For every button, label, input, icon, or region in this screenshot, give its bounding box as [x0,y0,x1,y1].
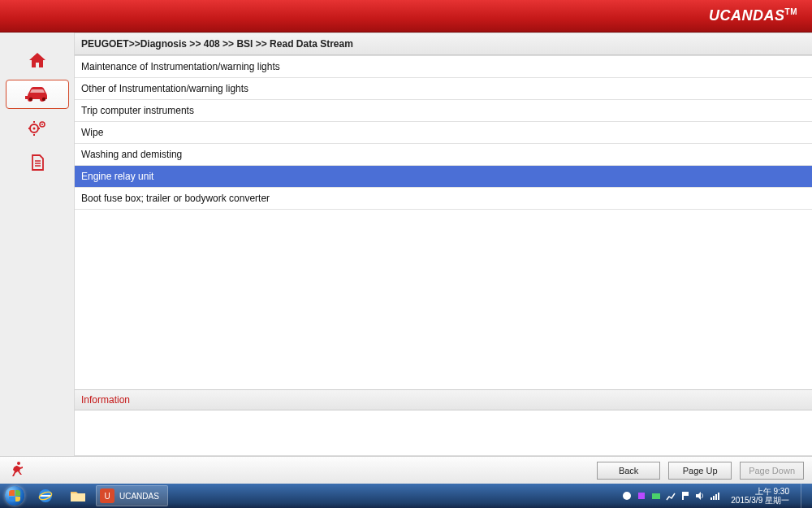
list-empty-area [75,210,812,389]
tray-icon[interactable] [622,491,632,501]
svg-rect-17 [713,496,715,500]
tray-icons[interactable] [622,491,719,501]
svg-point-13 [623,492,631,500]
show-desktop-button[interactable] [801,484,809,508]
svg-point-0 [28,98,32,101]
ie-icon [37,488,54,504]
svg-point-1 [41,98,45,101]
folder-icon [70,488,86,503]
gears-icon [28,119,47,137]
sidebar-item-diagnosis[interactable] [6,80,69,109]
windows-taskbar: U UCANDAS 上午 9:30 2015/3/9 星期一 [0,484,812,508]
tray-volume-icon[interactable] [695,491,705,501]
list-item[interactable]: Other of Instrumentation/warning lights [75,78,812,100]
tray-icon[interactable] [637,491,646,501]
information-body [75,410,812,456]
taskbar-ie[interactable] [29,484,62,508]
back-button[interactable]: Back [597,462,660,480]
bottom-toolbar: Back Page Up Page Down [0,456,812,484]
windows-logo-icon [5,486,24,506]
page-down-button: Page Down [740,462,804,480]
document-icon [28,154,46,172]
tray-flag-icon[interactable] [680,491,690,501]
clock-time: 上午 9:30 [731,487,789,496]
brand-name: UCANDAS [709,7,785,24]
list-item[interactable]: Engine relay unit [75,166,812,188]
tray-icon[interactable] [666,491,676,501]
taskbar-task-ucandas[interactable]: U UCANDAS [96,485,168,506]
data-stream-list: Maintenance of Instrumentation/warning l… [75,55,812,389]
sidebar-item-settings[interactable] [6,114,69,143]
taskbar-task-label: UCANDAS [119,492,159,501]
app-header: UCANDASTM [0,0,812,33]
svg-rect-14 [638,493,645,499]
sidebar [0,33,75,456]
information-header: Information [75,389,812,410]
start-button[interactable] [0,484,29,508]
tray-icon[interactable] [651,491,661,501]
running-man-icon [8,460,26,478]
ucandas-badge-icon: U [100,488,114,503]
taskbar-explorer[interactable] [62,484,94,508]
svg-point-10 [17,462,20,465]
taskbar-clock[interactable]: 上午 9:30 2015/3/9 星期一 [726,487,794,505]
svg-point-3 [32,128,35,130]
car-icon [24,85,51,103]
tray-network-icon[interactable] [710,491,719,501]
list-item[interactable]: Washing and demisting [75,144,812,166]
page-up-button[interactable]: Page Up [668,462,732,480]
svg-rect-16 [710,497,712,500]
system-tray: 上午 9:30 2015/3/9 星期一 [622,484,812,508]
svg-rect-19 [718,493,719,500]
svg-rect-18 [715,494,717,500]
sidebar-item-report[interactable] [6,148,69,177]
list-item[interactable]: Maintenance of Instrumentation/warning l… [75,56,812,78]
button-row: Back Page Up Page Down [597,462,804,480]
home-icon [28,51,47,69]
content-pane: PEUGOET>>Diagnosis >> 408 >> BSI >> Read… [75,33,812,456]
clock-date: 2015/3/9 星期一 [731,496,789,505]
app-body: PEUGOET>>Diagnosis >> 408 >> BSI >> Read… [0,33,812,456]
breadcrumb: PEUGOET>>Diagnosis >> 408 >> BSI >> Read… [75,33,812,55]
list-item[interactable]: Trip computer instruments [75,100,812,122]
exit-button[interactable] [8,460,26,481]
brand-logo: UCANDASTM [709,7,797,24]
list-item[interactable]: Boot fuse box; trailer or bodywork conve… [75,188,812,210]
brand-tm: TM [785,7,797,16]
svg-rect-15 [652,493,660,499]
svg-point-9 [41,124,43,125]
sidebar-item-home[interactable] [6,46,69,75]
list-item[interactable]: Wipe [75,122,812,144]
